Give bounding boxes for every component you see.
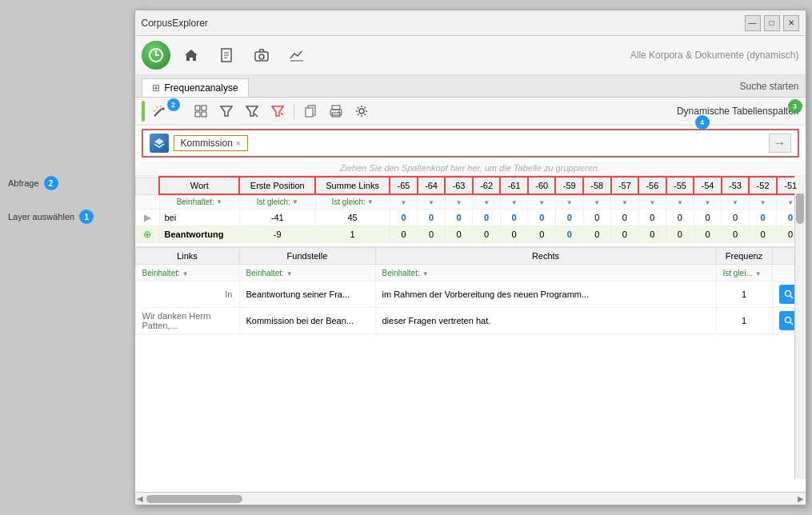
app-title: CorpusExplorer (142, 18, 208, 29)
detail-col-rechts: Rechts (375, 247, 716, 265)
hscroll-thumb[interactable] (146, 495, 242, 503)
row1-v10: 0 (638, 210, 666, 226)
filter-v8-arrow[interactable]: ▼ (594, 199, 600, 206)
suche-badge: 3 (788, 99, 802, 114)
detail-filter-links[interactable]: Beinhaltet: ▼ (135, 265, 239, 281)
svg-line-8 (154, 109, 162, 116)
filter-v5[interactable]: ▼ (500, 194, 528, 210)
frequenzanalyse-tab[interactable]: ⊞ Frequenzanalyse (142, 78, 249, 97)
filter-v6-arrow[interactable]: ▼ (538, 199, 545, 206)
home-icon[interactable] (177, 41, 206, 70)
filter-v5-arrow[interactable]: ▼ (511, 199, 518, 206)
row2-v8: 0 (583, 226, 611, 243)
filter-button[interactable] (215, 101, 238, 122)
layer-go-button[interactable]: → (769, 134, 791, 153)
filter-v9-arrow[interactable]: ▼ (622, 199, 628, 206)
filter-v4-arrow[interactable]: ▼ (483, 199, 490, 206)
filter-v11-arrow[interactable]: ▼ (677, 199, 683, 206)
filter-v4[interactable]: ▼ (473, 194, 501, 210)
layer-text: Layer auswählen (8, 212, 74, 222)
print-button[interactable] (325, 101, 347, 122)
filter-erste-arrow[interactable]: ▼ (292, 198, 298, 206)
filter-wort-arrow[interactable]: ▼ (216, 198, 222, 206)
filter-v7[interactable]: ▼ (555, 194, 583, 210)
settings-button[interactable] (350, 101, 373, 122)
document-icon[interactable] (212, 41, 241, 70)
detail-filter-freq-arrow[interactable]: ▼ (755, 270, 762, 277)
filter-v15-arrow[interactable]: ▼ (787, 199, 794, 206)
row1-wort: bei (159, 210, 239, 226)
detail-row1-links: In (135, 281, 239, 308)
filter2-button[interactable] (241, 101, 263, 122)
filter-v11[interactable]: ▼ (666, 194, 694, 210)
dynamic-badge: 4 (695, 115, 710, 130)
filter-v13-arrow[interactable]: ▼ (732, 199, 738, 206)
filter-v1[interactable]: ▼ (390, 194, 418, 210)
copy-button[interactable] (299, 101, 322, 122)
filter-v7-arrow[interactable]: ▼ (566, 199, 573, 206)
filter-wort[interactable]: Beinhaltet: ▼ (159, 194, 239, 210)
horizontal-scrollbar[interactable]: ◀ ▶ (135, 492, 806, 505)
row2-v13: 0 (722, 226, 750, 243)
filter-v2[interactable]: ▼ (418, 194, 446, 210)
filter-v6[interactable]: ▼ (528, 194, 556, 210)
col-neg60: -60 (528, 177, 556, 194)
tab-icon: ⊞ (152, 82, 160, 94)
detail-filter-rechts-label: Beinhaltet: (382, 269, 420, 277)
col-neg55: -55 (666, 177, 694, 194)
row2-v6: 0 (528, 226, 556, 243)
filter-v14-arrow[interactable]: ▼ (760, 199, 766, 206)
vertical-scrollbar[interactable] (794, 176, 806, 479)
corpus-label: Alle Korpora & Dokumente (dynamisch) (630, 50, 799, 61)
svg-line-29 (790, 296, 793, 299)
row2-v10: 0 (638, 226, 666, 243)
maximize-button[interactable]: □ (764, 15, 780, 31)
detail-filter-fund-arrow[interactable]: ▼ (286, 270, 293, 277)
corpus-icon[interactable] (142, 41, 170, 70)
filter-erste[interactable]: Ist gleich: ▼ (239, 194, 315, 210)
detail-filter-rechts[interactable]: Beinhaltet: ▼ (375, 265, 716, 281)
chart-icon[interactable] (282, 41, 311, 70)
filter-v10-arrow[interactable]: ▼ (649, 199, 655, 206)
col-erste-pos: Erste Position (239, 177, 315, 194)
row1-v9: 0 (611, 210, 639, 226)
svg-point-26 (338, 111, 340, 113)
minimize-button[interactable]: — (745, 15, 761, 31)
row2-wort: Beantwortung (159, 226, 239, 243)
detail-filter-links-arrow[interactable]: ▼ (182, 270, 189, 277)
filter-v3-arrow[interactable]: ▼ (456, 199, 462, 206)
detail-filter-freq[interactable]: Ist glei... ▼ (716, 265, 772, 281)
row2-erste: -9 (239, 226, 315, 243)
col-neg54: -54 (694, 177, 722, 194)
camera-icon[interactable] (247, 41, 276, 70)
filter-summe-arrow[interactable]: ▼ (367, 198, 374, 206)
scrollbar-thumb[interactable] (796, 192, 804, 224)
detail-row1-rechts: im Rahmen der Vorbereitung des neuen Pro… (375, 281, 716, 308)
filter-summe[interactable]: Ist gleich: ▼ (315, 194, 390, 210)
close-button[interactable]: ✕ (783, 15, 799, 31)
filter-v14[interactable]: ▼ (749, 194, 777, 210)
detail-filter-fund-label: Beinhaltet: (246, 269, 284, 277)
filter-v13[interactable]: ▼ (722, 194, 750, 210)
row2-expand[interactable]: ⊕ (135, 226, 159, 243)
main-table: Wort Erste Position Summe Links -65 -64 … (135, 176, 806, 243)
filter-v8[interactable]: ▼ (583, 194, 611, 210)
layer-remove-button[interactable]: × (236, 139, 241, 148)
filter-v10[interactable]: ▼ (638, 194, 666, 210)
grid-button[interactable] (190, 101, 212, 122)
svg-point-30 (785, 317, 790, 323)
detail-filter-fund[interactable]: Beinhaltet: ▼ (239, 265, 375, 281)
detail-filter-rechts-arrow[interactable]: ▼ (422, 270, 429, 277)
svg-rect-22 (306, 108, 313, 117)
filter-v12[interactable]: ▼ (694, 194, 722, 210)
filter-v3[interactable]: ▼ (445, 194, 473, 210)
filter-v9[interactable]: ▼ (611, 194, 639, 210)
filter3-button[interactable] (266, 101, 289, 122)
filter-v1-arrow[interactable]: ▼ (401, 199, 407, 206)
filter-v2-arrow[interactable]: ▼ (428, 199, 434, 206)
table-wrapper[interactable]: Wort Erste Position Summe Links -65 -64 … (135, 176, 806, 492)
filter-v12-arrow[interactable]: ▼ (705, 199, 711, 206)
row1-expand[interactable]: ▶ (135, 210, 159, 226)
detail-row2-fund: Kommission bei der Bean... (239, 308, 375, 334)
suche-starten-button[interactable]: Suche starten (739, 81, 798, 92)
